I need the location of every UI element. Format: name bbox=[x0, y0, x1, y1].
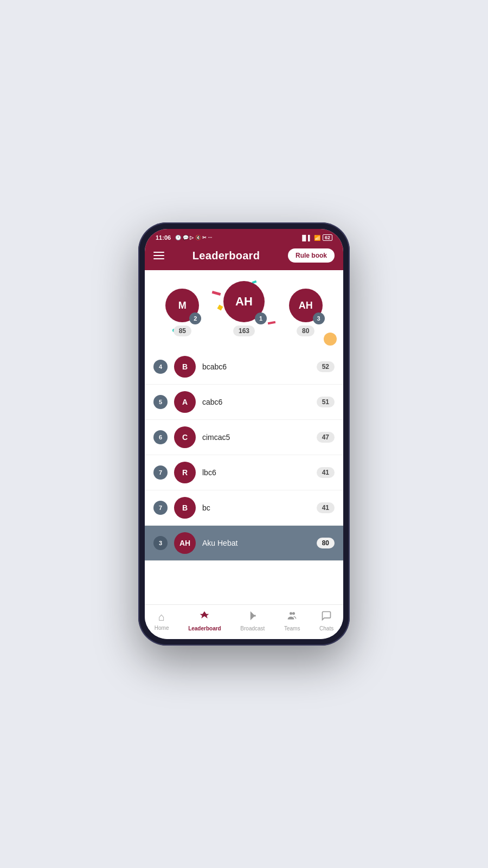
item-avatar: B bbox=[174, 497, 196, 519]
nav-chats-label: Chats bbox=[319, 626, 333, 631]
nav-broadcast[interactable]: Broadcast bbox=[236, 609, 269, 633]
item-name: bcabc6 bbox=[202, 362, 310, 371]
svg-point-2 bbox=[292, 612, 295, 615]
podium-avatar-rank3: AH 3 bbox=[289, 289, 323, 322]
rank-badge-3: 3 bbox=[313, 312, 325, 324]
home-icon: ⌂ bbox=[158, 611, 165, 623]
podium-score-rank1: 163 bbox=[233, 326, 255, 336]
bottom-nav: ⌂ Home Leaderboard Broadcast Teams bbox=[145, 604, 343, 639]
podium-rank1: AH 1 163 bbox=[223, 281, 265, 336]
menu-button[interactable] bbox=[153, 252, 164, 259]
item-score: 47 bbox=[317, 432, 335, 443]
item-name: bc bbox=[202, 503, 310, 512]
leaderboard-list: 4 B bcabc6 52 5 A cabc6 51 6 C cimcac5 4… bbox=[145, 349, 343, 604]
list-item-5: 7 B bc 41 bbox=[145, 490, 343, 526]
status-time: 11:06 bbox=[156, 234, 171, 241]
item-avatar: AH bbox=[174, 532, 196, 554]
list-item-3: 6 C cimcac5 47 bbox=[145, 420, 343, 455]
item-name: cimcac5 bbox=[202, 433, 310, 442]
nav-home-label: Home bbox=[155, 625, 169, 631]
podium-rank3: AH 3 80 bbox=[289, 289, 323, 336]
phone-frame: 11:06 🕐 💬 ▷ 🔇 ✂ ··· ▐▌▌ 📶 62 Leaderboard… bbox=[138, 222, 350, 646]
item-score: 80 bbox=[317, 538, 335, 548]
nav-home[interactable]: ⌂ Home bbox=[150, 610, 174, 632]
nav-leaderboard[interactable]: Leaderboard bbox=[184, 609, 226, 633]
podium-row: M 2 85 AH 1 163 AH 3 bbox=[153, 276, 335, 341]
status-bar: 11:06 🕐 💬 ▷ 🔇 ✂ ··· ▐▌▌ 📶 62 bbox=[145, 229, 343, 244]
podium-avatar-rank2: M 2 bbox=[165, 289, 199, 322]
rank-number: 7 bbox=[153, 465, 168, 480]
nav-broadcast-label: Broadcast bbox=[240, 626, 265, 631]
item-avatar: C bbox=[174, 426, 196, 448]
item-name: Aku Hebat bbox=[202, 539, 310, 547]
item-avatar: R bbox=[174, 462, 196, 483]
app-header: Leaderboard Rule book bbox=[145, 244, 343, 270]
page-title: Leaderboard bbox=[192, 250, 260, 262]
nav-leaderboard-label: Leaderboard bbox=[188, 626, 221, 631]
signal-icon: ▐▌▌ bbox=[300, 235, 312, 241]
rank-badge-2: 2 bbox=[189, 312, 201, 324]
podium-score-rank2: 85 bbox=[174, 326, 191, 336]
item-score: 41 bbox=[317, 467, 335, 478]
item-score: 51 bbox=[317, 397, 335, 407]
podium-score-rank3: 80 bbox=[297, 326, 314, 336]
nav-teams[interactable]: Teams bbox=[280, 609, 304, 633]
item-name: lbc6 bbox=[202, 468, 310, 477]
rank-number: 4 bbox=[153, 360, 168, 374]
list-item-2: 5 A cabc6 51 bbox=[145, 385, 343, 420]
leaderboard-icon bbox=[199, 610, 210, 624]
item-avatar: A bbox=[174, 391, 196, 413]
rank-number: 7 bbox=[153, 501, 168, 515]
rank-badge-1: 1 bbox=[255, 312, 267, 324]
chats-icon bbox=[321, 610, 332, 624]
item-name: cabc6 bbox=[202, 398, 310, 406]
item-avatar: B bbox=[174, 356, 196, 378]
podium-avatar-rank1: AH 1 bbox=[223, 281, 265, 322]
list-item-6: 3 AH Aku Hebat 80 bbox=[145, 526, 343, 561]
list-item-4: 7 R lbc6 41 bbox=[145, 455, 343, 490]
item-score: 41 bbox=[317, 502, 335, 513]
broadcast-icon bbox=[247, 610, 258, 624]
svg-point-1 bbox=[290, 612, 292, 615]
rank-number: 6 bbox=[153, 430, 168, 444]
nav-teams-label: Teams bbox=[284, 626, 300, 631]
rank-number: 3 bbox=[153, 536, 168, 550]
svg-point-0 bbox=[254, 615, 255, 616]
status-icons: 🕐 💬 ▷ 🔇 ✂ ··· bbox=[175, 235, 212, 240]
battery-icon: 62 bbox=[323, 234, 332, 241]
podium-rank2: M 2 85 bbox=[165, 289, 199, 336]
phone-screen: 11:06 🕐 💬 ▷ 🔇 ✂ ··· ▐▌▌ 📶 62 Leaderboard… bbox=[145, 229, 343, 639]
wifi-icon: 📶 bbox=[314, 235, 320, 241]
rank-number: 5 bbox=[153, 395, 168, 409]
teams-icon bbox=[287, 610, 298, 624]
rule-book-button[interactable]: Rule book bbox=[288, 248, 335, 263]
podium-section: M 2 85 AH 1 163 AH 3 bbox=[145, 270, 343, 349]
list-item-1: 4 B bcabc6 52 bbox=[145, 349, 343, 385]
nav-chats[interactable]: Chats bbox=[315, 609, 338, 633]
item-score: 52 bbox=[317, 361, 335, 372]
